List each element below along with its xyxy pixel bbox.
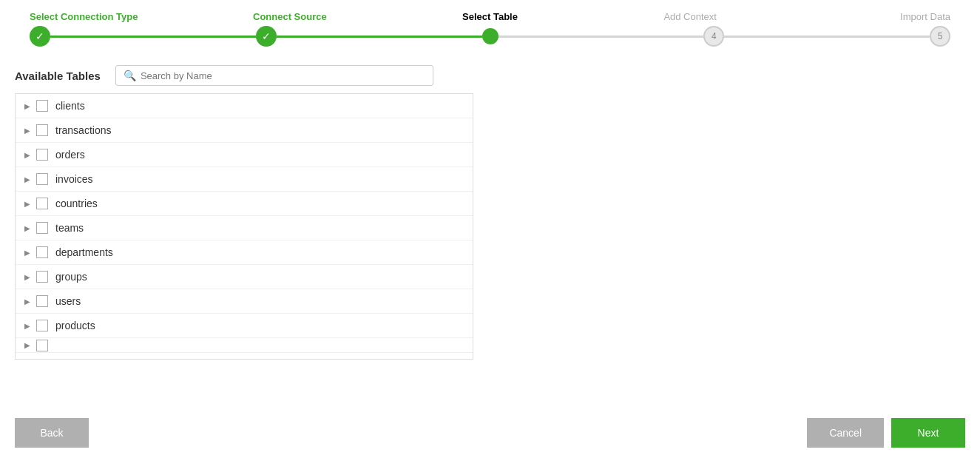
section-title: Available Tables: [15, 70, 101, 82]
row-checkbox[interactable]: [36, 320, 48, 331]
step-label-5: Import Data: [790, 11, 950, 22]
step-label-4: Add Context: [590, 11, 791, 22]
table-row[interactable]: ▶orders: [16, 143, 473, 167]
table-row[interactable]: ▶transactions: [16, 118, 473, 143]
back-button[interactable]: Back: [15, 418, 89, 448]
expand-arrow-icon[interactable]: ▶: [24, 102, 30, 110]
line-4-5: [724, 36, 930, 38]
table-row[interactable]: ▶countries: [16, 192, 473, 216]
stepper-labels: Select Connection Type Connect Source Se…: [30, 11, 950, 22]
expand-arrow-icon[interactable]: ▶: [24, 249, 30, 257]
table-row[interactable]: ▶users: [16, 289, 473, 314]
step-node-5: 5: [930, 26, 950, 47]
table-row[interactable]: ▶clients: [16, 94, 473, 118]
step-label-2: Connect Source: [190, 11, 391, 22]
step-2-checkmark: [262, 30, 271, 42]
table-row[interactable]: ▶invoices: [16, 167, 473, 192]
expand-arrow-icon[interactable]: ▶: [24, 127, 30, 135]
step-node-4: 4: [703, 26, 724, 47]
row-name: users: [55, 295, 81, 307]
row-checkbox[interactable]: [36, 222, 48, 234]
row-checkbox[interactable]: [36, 246, 48, 258]
line-2-3: [277, 36, 482, 38]
expand-arrow-icon[interactable]: ▶: [24, 297, 30, 306]
row-checkbox[interactable]: [36, 100, 48, 112]
row-name: orders: [55, 149, 85, 161]
search-input[interactable]: [141, 70, 425, 81]
row-name: countries: [55, 198, 98, 209]
expand-arrow-icon[interactable]: ▶: [24, 224, 30, 232]
row-checkbox[interactable]: [36, 198, 48, 209]
step-node-1: [30, 26, 50, 47]
footer: Back Cancel Next: [0, 408, 980, 458]
line-1-2: [50, 36, 256, 38]
table-list: ▶clients▶transactions▶orders▶invoices▶co…: [15, 93, 473, 360]
step-label-1: Select Connection Type: [30, 11, 190, 22]
search-icon: 🔍: [124, 70, 136, 81]
row-name: teams: [55, 222, 84, 234]
row-checkbox[interactable]: [36, 124, 48, 136]
search-box[interactable]: 🔍: [115, 65, 433, 86]
step-5-number: 5: [938, 31, 943, 41]
row-checkbox[interactable]: [36, 295, 48, 307]
section-header: Available Tables 🔍: [15, 65, 965, 86]
step-node-2: [256, 26, 277, 47]
step-4-number: 4: [712, 31, 717, 41]
step-node-3: [482, 28, 499, 44]
expand-arrow-icon[interactable]: ▶: [24, 322, 30, 330]
expand-arrow-icon[interactable]: ▶: [24, 200, 30, 208]
stepper: Select Connection Type Connect Source Se…: [0, 0, 980, 50]
row-name: invoices: [55, 173, 93, 185]
step-label-3: Select Table: [390, 11, 590, 22]
row-name: departments: [55, 246, 113, 258]
line-3-4: [499, 36, 704, 38]
step-1-checkmark: [36, 30, 44, 42]
table-row-partial: ▶: [16, 338, 473, 353]
row-name: groups: [55, 271, 87, 283]
expand-arrow-icon[interactable]: ▶: [24, 273, 30, 281]
row-checkbox[interactable]: [36, 173, 48, 185]
row-checkbox[interactable]: [36, 271, 48, 283]
row-name: transactions: [55, 124, 111, 136]
table-row[interactable]: ▶groups: [16, 265, 473, 289]
row-checkbox: [36, 340, 48, 351]
expand-arrow-icon[interactable]: ▶: [24, 151, 30, 159]
stepper-track: 4 5: [30, 26, 950, 47]
row-name: clients: [55, 100, 85, 112]
cancel-button[interactable]: Cancel: [807, 418, 884, 448]
main-content: Available Tables 🔍 ▶clients▶transactions…: [0, 50, 980, 408]
row-name: products: [55, 320, 95, 331]
next-button[interactable]: Next: [891, 418, 965, 448]
table-row[interactable]: ▶teams: [16, 216, 473, 240]
expand-arrow-icon: ▶: [24, 341, 30, 349]
table-row[interactable]: ▶products: [16, 314, 473, 338]
expand-arrow-icon[interactable]: ▶: [24, 175, 30, 183]
footer-right: Cancel Next: [807, 418, 965, 448]
row-checkbox[interactable]: [36, 149, 48, 161]
table-row[interactable]: ▶departments: [16, 240, 473, 265]
